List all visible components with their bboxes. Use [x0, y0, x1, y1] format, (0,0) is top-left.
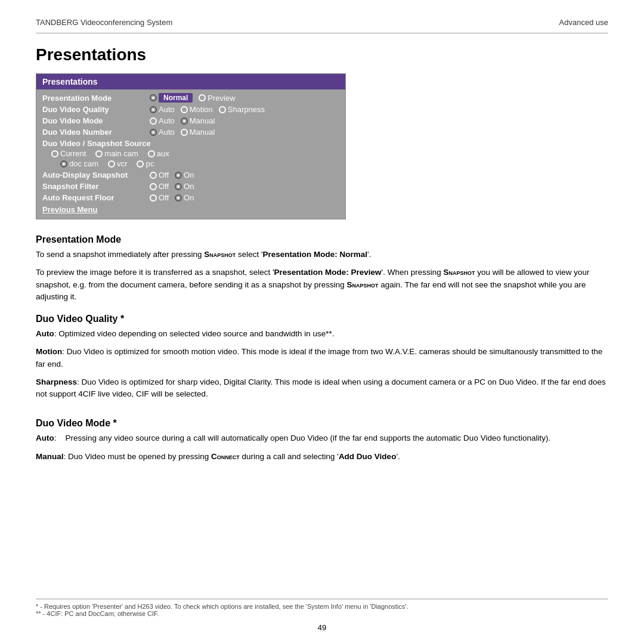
section-text-pmode-2: To preview the image before it is transf…: [36, 267, 608, 303]
source-vcr-label: vcr: [117, 159, 127, 168]
snapshot-filter-off[interactable]: Off: [150, 182, 169, 191]
footnotes: * - Requires option 'Presenter' and H263…: [36, 599, 608, 617]
presentation-mode-options: Normal Preview: [150, 93, 236, 103]
section-text-quality-sharpness: Sharpness: Duo Video is optimized for sh…: [36, 376, 608, 401]
section-text-pmode-1: To send a snapshot immediately after pre…: [36, 249, 608, 261]
auto-display-on[interactable]: On: [175, 171, 194, 179]
quality-motion[interactable]: Motion: [181, 105, 213, 114]
quality-sharpness[interactable]: Sharpness: [219, 105, 265, 114]
quality-auto-label: Auto: [159, 105, 175, 114]
source-pc[interactable]: pc: [137, 159, 154, 168]
bold-auto: Auto: [36, 329, 54, 338]
section-title-duo-mode: Duo Video Mode *: [36, 418, 608, 429]
footer: * - Requires option 'Presenter' and H263…: [36, 581, 608, 632]
radio-quality-motion: [181, 106, 188, 113]
auto-request-on[interactable]: On: [175, 193, 194, 202]
radio-auto-display-on: [175, 172, 182, 179]
radio-aux: [148, 150, 155, 157]
menu-row-snapshot-filter: Snapshot Filter Off On: [42, 181, 339, 192]
radio-mode-manual: [181, 117, 188, 125]
section-text-quality-motion: Motion: Duo Video is optimized for smoot…: [36, 346, 608, 370]
radio-mode-auto: [150, 117, 157, 125]
number-auto[interactable]: Auto: [150, 128, 175, 137]
radio-main-cam: [95, 150, 103, 157]
snapshot-filter-off-label: Off: [159, 182, 169, 191]
radio-auto-request-off: [150, 194, 157, 202]
mode-auto[interactable]: Auto: [150, 116, 175, 125]
preview-label: Preview: [208, 94, 235, 103]
menu-row-duo-quality: Duo Video Quality Auto Motion Sharpness: [42, 104, 339, 115]
auto-request-on-label: On: [184, 193, 194, 202]
auto-display-label: Auto-Display Snapshot: [42, 171, 150, 179]
snapshot-filter-label: Snapshot Filter: [42, 182, 150, 191]
section-title-duo-quality: Duo Video Quality *: [36, 314, 608, 324]
radio-auto-request-on: [175, 194, 182, 202]
radio-number-manual: [181, 129, 188, 136]
snapshot-smallcaps-1: Snapshot: [204, 250, 236, 259]
source-current[interactable]: Current: [51, 149, 86, 158]
mode-manual-label: Manual: [190, 116, 215, 125]
auto-display-off[interactable]: Off: [150, 171, 169, 179]
quality-motion-label: Motion: [190, 105, 213, 114]
auto-request-off[interactable]: Off: [150, 193, 169, 202]
mode-manual[interactable]: Manual: [181, 116, 215, 125]
presentation-mode-normal[interactable]: Normal: [150, 93, 193, 103]
quality-auto[interactable]: Auto: [150, 105, 175, 114]
auto-display-on-label: On: [184, 171, 194, 179]
source-aux-label: aux: [157, 149, 169, 158]
snapshot-source-row2: doc cam vcr pc: [42, 159, 339, 169]
radio-doc-cam: [60, 160, 67, 168]
duo-number-label: Duo Video Number: [42, 128, 150, 137]
menu-row-auto-request: Auto Request Floor Off On: [42, 192, 339, 203]
radio-snapshot-filter-off: [150, 183, 157, 190]
source-doc-cam[interactable]: doc cam: [60, 159, 98, 168]
radio-vcr: [108, 160, 115, 168]
duo-mode-label: Duo Video Mode: [42, 116, 150, 125]
source-main-cam-label: main cam: [104, 149, 138, 158]
bold-sharpness: Sharpness: [36, 377, 77, 386]
auto-display-off-label: Off: [159, 171, 169, 179]
source-main-cam[interactable]: main cam: [95, 149, 138, 158]
auto-display-options: Off On: [150, 171, 194, 179]
snapshot-filter-on[interactable]: On: [175, 182, 194, 191]
snapshot-filter-options: Off On: [150, 182, 194, 191]
number-manual[interactable]: Manual: [181, 128, 215, 137]
footnote-1: * - Requires option 'Presenter' and H263…: [36, 603, 608, 610]
radio-pc: [137, 160, 144, 168]
page: TANDBERG Videoconferencing System Advanc…: [0, 0, 644, 644]
bold-duo-auto: Auto: [36, 434, 54, 442]
bold-add-duo: Add Duo Video: [339, 452, 397, 461]
presentations-menu: Presentations Presentation Mode Normal P…: [36, 73, 346, 219]
page-number: 49: [36, 623, 608, 632]
snapshot-smallcaps-3: Snapshot: [347, 280, 379, 289]
bold-duo-manual: Manual: [36, 452, 64, 461]
section-title-presentation-mode: Presentation Mode: [36, 234, 608, 245]
source-aux[interactable]: aux: [148, 149, 169, 158]
source-pc-label: pc: [145, 159, 154, 168]
menu-row-duo-number: Duo Video Number Auto Manual: [42, 126, 339, 138]
source-doc-cam-label: doc cam: [69, 159, 98, 168]
previous-menu-link[interactable]: Previous Menu: [42, 203, 339, 215]
header-section: Advanced use: [559, 18, 608, 27]
duo-quality-options: Auto Motion Sharpness: [150, 105, 265, 114]
section-text-mode-manual: Manual: Duo Video must be opened by pres…: [36, 451, 608, 463]
duo-quality-label: Duo Video Quality: [42, 105, 150, 114]
connect-smallcaps: Connect: [211, 452, 240, 461]
radio-snapshot-filter-on: [175, 183, 182, 190]
radio-preview: [199, 94, 206, 101]
radio-auto-display-off: [150, 172, 157, 179]
source-vcr[interactable]: vcr: [108, 159, 127, 168]
auto-request-label: Auto Request Floor: [42, 193, 150, 202]
menu-row-duo-mode: Duo Video Mode Auto Manual: [42, 115, 339, 126]
footnote-2: ** - 4CIF: PC and DocCam; otherwise CIF.: [36, 610, 608, 617]
radio-current: [51, 150, 58, 157]
section-text-mode-auto: Auto: Pressing any video source during a…: [36, 432, 608, 444]
radio-quality-auto: [150, 106, 157, 113]
presentation-mode-preview[interactable]: Preview: [199, 94, 235, 103]
menu-row-snapshot-source-title: Duo Video / Snapshot Source: [42, 138, 339, 149]
duo-number-options: Auto Manual: [150, 128, 215, 137]
duo-mode-options: Auto Manual: [150, 116, 215, 125]
snapshot-smallcaps-2: Snapshot: [443, 268, 475, 277]
bold-motion: Motion: [36, 347, 62, 356]
number-auto-label: Auto: [159, 128, 175, 137]
